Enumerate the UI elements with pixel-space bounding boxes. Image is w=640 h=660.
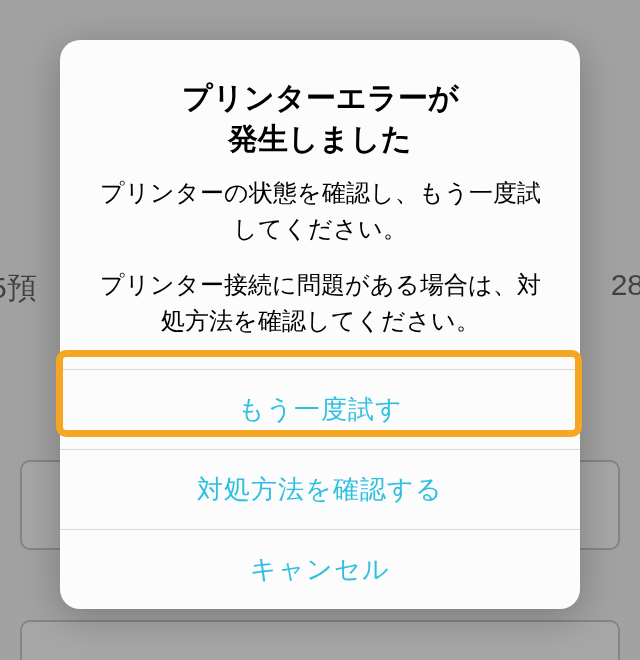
dialog-title-line1: プリンターエラーが	[182, 81, 459, 114]
dialog-title: プリンターエラーが 発生しました	[90, 78, 550, 159]
dialog-buttons: もう一度試す 対処方法を確認する キャンセル	[60, 369, 580, 609]
dialog-title-line2: 発生しました	[228, 122, 412, 155]
dialog-message-line1: プリンターの状態を確認し、もう一度試してください。	[90, 175, 550, 247]
cancel-button[interactable]: キャンセル	[60, 529, 580, 609]
check-solution-button[interactable]: 対処方法を確認する	[60, 449, 580, 529]
dialog-content: プリンターエラーが 発生しました プリンターの状態を確認し、もう一度試してくださ…	[60, 40, 580, 369]
error-dialog: プリンターエラーが 発生しました プリンターの状態を確認し、もう一度試してくださ…	[60, 40, 580, 609]
dialog-message: プリンターの状態を確認し、もう一度試してください。 プリンター接続に問題がある場…	[90, 175, 550, 339]
retry-button[interactable]: もう一度試す	[60, 369, 580, 449]
dialog-message-line2: プリンター接続に問題がある場合は、対処方法を確認してください。	[90, 267, 550, 339]
